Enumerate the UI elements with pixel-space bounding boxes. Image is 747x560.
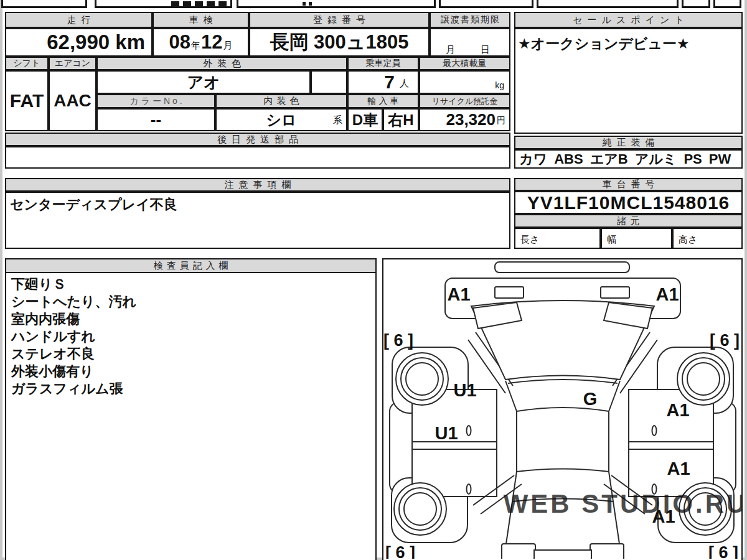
mileage-header: 走行 <box>5 12 153 28</box>
inspector-note-line: ステレオ不良 <box>11 345 370 363</box>
shift-value: FAT <box>5 70 49 131</box>
later-parts-value <box>5 146 510 169</box>
aircon-header: エアコン <box>49 57 96 70</box>
taillight-left <box>502 544 535 559</box>
taillight-right <box>590 544 624 559</box>
spec-height-cell: 高さ <box>672 228 743 249</box>
recycle-header: リサイクル預託金 <box>419 94 510 108</box>
grade-front-left: A1 <box>447 284 470 304</box>
cutoff-text-remnant <box>171 1 232 6</box>
tire-grade-fl: [ 6 ] <box>383 331 413 350</box>
equipment-value: カワ ABS エアB アルミ PS PW <box>514 149 743 169</box>
inspector-note-line: 外装小傷有り <box>11 363 370 380</box>
inspector-note-line: ガラスフィルム張 <box>11 380 370 398</box>
grade-front-right: A1 <box>655 284 679 304</box>
capacity-value: 7人 <box>347 70 419 94</box>
door-handle <box>652 426 657 436</box>
mileage-value: 62,990 km <box>5 28 153 57</box>
notes-value: センターディスプレイ不良 <box>5 192 510 249</box>
car-top-view: WEB STUDIO.RU A1 A1 [ 6 ] [ 6 ] U1 U1 G … <box>383 259 741 559</box>
import-value: D車 <box>347 108 383 131</box>
shift-header: シフト <box>5 57 49 70</box>
tire-grade-fr: [ 6 ] <box>710 331 740 350</box>
chassis-header: 車台番号 <box>514 178 743 191</box>
shaken-value: 08年 12月 <box>153 28 249 57</box>
aircon-value: AAC <box>49 70 96 131</box>
recycle-value: 23,320円 <box>419 108 510 131</box>
exterior-color-header: 外装色 <box>96 57 347 70</box>
wheel-rl <box>394 483 446 535</box>
inspector-note-line: 室内内張傷 <box>11 310 370 328</box>
headlight-right <box>601 287 629 298</box>
registration-value: 長岡 300ュ1805 <box>249 28 430 57</box>
registration-header: 登録番号 <box>249 12 430 28</box>
watermark: WEB STUDIO.RU <box>504 489 741 518</box>
wheel-fr <box>677 353 730 405</box>
grade-door-fr: A1 <box>666 400 689 420</box>
grade-door-fl: U1 <box>435 423 458 443</box>
headlight-left <box>495 287 524 298</box>
door-handle <box>467 484 471 494</box>
door-handle <box>467 426 471 436</box>
inspector-note-line: シートへたり、汚れ <box>11 293 370 310</box>
inspector-note-line: ハンドルすれ <box>11 328 370 345</box>
transfer-deadline-header: 譲渡書類期限 <box>430 12 510 28</box>
spec-width-cell: 幅 <box>601 228 672 249</box>
equipment-header: 純正装備 <box>514 136 743 149</box>
tire-grade-rl: [ 6 ] <box>385 543 415 559</box>
scan-edge-right <box>745 0 747 560</box>
capacity-header: 乗車定員 <box>347 57 419 70</box>
sales-point-header: セールスポイント <box>514 12 743 28</box>
color-no-value: -- <box>96 108 215 131</box>
cutoff-dots-remnant <box>303 2 306 6</box>
exterior-color-sub-cell <box>311 70 347 94</box>
grade-fender-fl: U1 <box>453 380 476 400</box>
cabin-lines <box>505 380 620 544</box>
tire-grade-rr: [ 6 ] <box>708 543 738 559</box>
inspector-note-line: 下廻りＳ <box>11 276 370 293</box>
rear-bumper-bar <box>534 550 591 559</box>
exterior-color-value: アオ <box>96 70 311 94</box>
max-load-value: kg <box>419 70 510 94</box>
handle-value: 右H <box>383 108 419 131</box>
scan-edge-left <box>0 0 2 560</box>
specs-header: 諸元 <box>514 214 743 228</box>
doors-left <box>412 390 497 497</box>
max-load-header: 最大積載量 <box>419 57 510 70</box>
notes-header: 注意事項欄 <box>5 178 510 192</box>
color-no-header: カラーNo. <box>96 94 215 108</box>
front-strip <box>495 262 629 273</box>
interior-color-header: 内装色 <box>215 94 347 108</box>
interior-color-value: シロ 系 <box>215 108 347 131</box>
grade-door-rr: A1 <box>667 459 690 478</box>
grade-quarter-rr: A1 <box>652 506 675 526</box>
spec-length-cell: 長さ <box>514 228 601 249</box>
shaken-header: 車検 <box>153 12 249 28</box>
transfer-deadline-value: 月 日 <box>430 28 510 57</box>
inspector-header: 検査員記入欄 <box>5 258 377 273</box>
wheel-fl <box>396 353 448 405</box>
later-parts-header: 後日発送部品 <box>5 133 510 146</box>
grade-glass: G <box>583 389 598 409</box>
sales-point-value: ★オークションデビュー★ <box>514 28 743 134</box>
chassis-value: YV1LF10MCL1548016 <box>514 191 743 214</box>
inspector-notes: 下廻りＳ シートへたり、汚れ 室内内張傷 ハンドルすれ ステレオ不良 外装小傷有… <box>5 273 377 560</box>
damage-diagram-box: WEB STUDIO.RU A1 A1 [ 6 ] [ 6 ] U1 U1 G … <box>382 258 743 560</box>
import-header: 輸入車 <box>347 94 419 108</box>
